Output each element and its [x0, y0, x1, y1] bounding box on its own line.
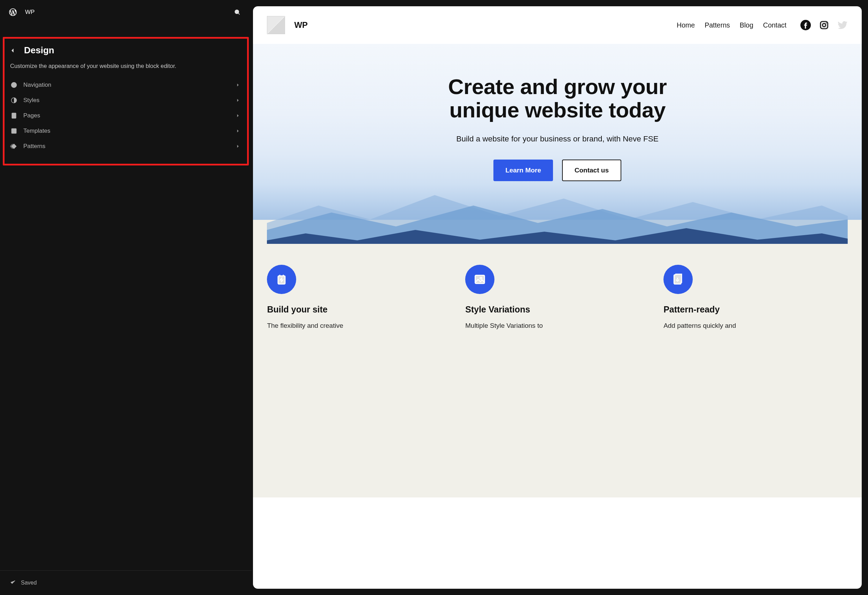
menu-item-styles[interactable]: Styles	[8, 93, 244, 108]
menu-item-label: Patterns	[24, 143, 236, 150]
contrast-icon	[10, 96, 18, 104]
sidebar-footer: Saved	[0, 570, 252, 595]
editor-sidebar: WP Design Customize the appearance of yo…	[0, 0, 252, 595]
page-icon	[10, 112, 18, 120]
site-preview-frame[interactable]: WP Home Patterns Blog Contact	[253, 6, 862, 589]
hero-subheading: Build a website for your business or bra…	[267, 134, 848, 143]
chevron-right-icon	[236, 112, 242, 119]
svg-point-22	[480, 277, 482, 279]
search-icon[interactable]	[231, 6, 243, 18]
hero-heading: Create and grow your unique website toda…	[415, 75, 700, 122]
feature-title: Pattern-ready	[663, 304, 848, 314]
image-icon	[465, 265, 495, 294]
sidebar-topbar: WP	[0, 0, 252, 24]
brand-logo-placeholder[interactable]	[267, 16, 285, 34]
contact-us-button[interactable]: Contact us	[562, 159, 621, 181]
save-status: Saved	[21, 580, 37, 586]
panel-title: Design	[24, 45, 55, 56]
chevron-right-icon	[236, 97, 242, 103]
check-icon	[10, 579, 16, 587]
diamond-icon	[10, 142, 18, 150]
chevron-right-icon	[236, 128, 242, 134]
panel-header: Design	[8, 44, 244, 62]
feature-styles: Style Variations Multiple Style Variatio…	[465, 265, 650, 331]
svg-line-1	[238, 13, 240, 15]
menu-item-label: Navigation	[24, 81, 236, 89]
nav-link-contact[interactable]: Contact	[763, 21, 787, 29]
features-section: Build your site The flexibility and crea…	[253, 244, 862, 359]
feature-title: Build your site	[267, 304, 451, 314]
compass-icon	[10, 81, 18, 89]
sidebar-brand: WP	[8, 8, 34, 17]
preview-area: WP Home Patterns Blog Contact	[252, 0, 868, 595]
brand-name[interactable]: WP	[294, 20, 308, 30]
hero-section: Create and grow your unique website toda…	[253, 44, 862, 244]
instagram-icon[interactable]	[819, 20, 829, 30]
chevron-right-icon	[236, 143, 242, 149]
design-panel-highlight: Design Customize the appearance of your …	[3, 37, 249, 165]
menu-item-navigation[interactable]: Navigation	[8, 77, 244, 93]
chevron-right-icon	[236, 82, 242, 88]
feature-text: Add patterns quickly and	[663, 321, 848, 331]
hero-actions: Learn More Contact us	[267, 159, 848, 181]
menu-item-pages[interactable]: Pages	[8, 108, 244, 123]
svg-point-17	[826, 22, 827, 23]
learn-more-button[interactable]: Learn More	[493, 159, 553, 181]
download-icon	[663, 265, 693, 294]
site-header: WP Home Patterns Blog Contact	[253, 6, 862, 44]
nav-link-home[interactable]: Home	[677, 21, 695, 29]
back-icon[interactable]	[9, 47, 16, 54]
menu-item-label: Pages	[24, 112, 236, 119]
hero-mountains-graphic	[267, 192, 848, 244]
feature-build: Build your site The flexibility and crea…	[267, 265, 451, 331]
nav-link-blog[interactable]: Blog	[740, 21, 753, 29]
site-nav: Home Patterns Blog Contact	[677, 20, 848, 30]
feature-text: Multiple Style Variations to	[465, 321, 650, 331]
menu-item-label: Styles	[24, 97, 236, 104]
feature-patterns: Pattern-ready Add patterns quickly and	[663, 265, 848, 331]
design-menu: Navigation Styles Pages	[8, 77, 244, 154]
social-links	[800, 20, 848, 30]
wordpress-logo-icon[interactable]	[8, 8, 18, 17]
layout-icon	[10, 127, 18, 135]
feature-title: Style Variations	[465, 304, 650, 314]
twitter-icon[interactable]	[837, 20, 848, 30]
feature-text: The flexibility and creative	[267, 321, 451, 331]
site-name[interactable]: WP	[25, 9, 34, 16]
panel-description: Customize the appearance of your website…	[8, 62, 244, 77]
battery-icon	[267, 265, 296, 294]
preview-scroll[interactable]: WP Home Patterns Blog Contact	[253, 6, 862, 589]
svg-point-0	[235, 10, 239, 13]
svg-rect-9	[12, 128, 16, 133]
menu-item-templates[interactable]: Templates	[8, 123, 244, 139]
facebook-icon[interactable]	[800, 20, 811, 30]
svg-point-16	[822, 23, 825, 27]
menu-item-label: Templates	[24, 127, 236, 134]
nav-link-patterns[interactable]: Patterns	[704, 21, 730, 29]
menu-item-patterns[interactable]: Patterns	[8, 139, 244, 154]
site-brand: WP	[267, 16, 308, 34]
